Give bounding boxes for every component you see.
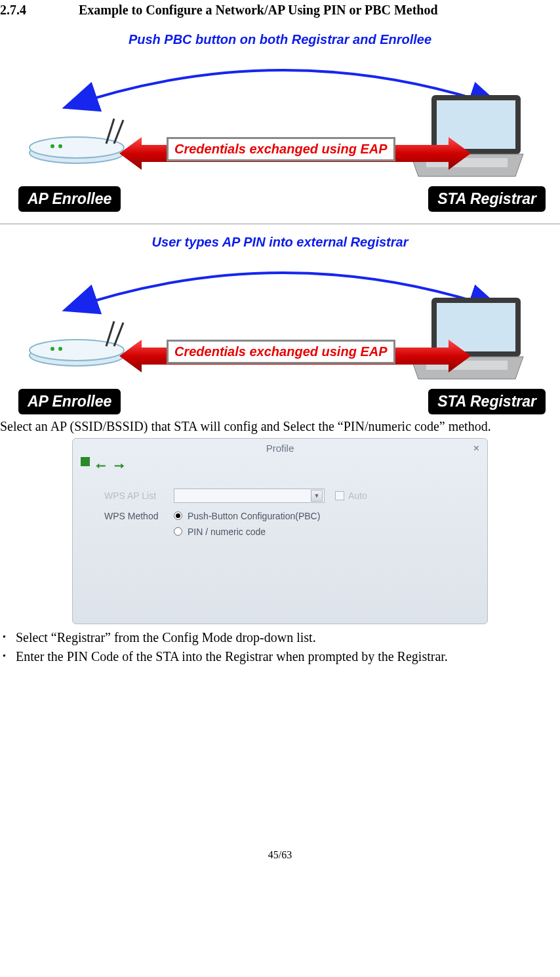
paragraph-select-ap: Select an AP (SSID/BSSID) that STA will … [0,418,560,435]
radio-pin-label: PIN / numeric code [188,527,266,537]
diagram-title-pin: User types AP PIN into external Registra… [14,235,546,250]
auto-label: Auto [348,490,367,501]
radio-pbc[interactable] [174,511,182,520]
diagram-pbc: Push PBC button on both Registrar and En… [14,30,546,213]
diagram-pin: User types AP PIN into external Registra… [14,232,546,416]
profile-panel: Profile × ← → WPS AP List ▼ Auto WPS Met… [72,438,488,624]
ap-enrollee-label: AP Enrollee [18,389,121,414]
radio-pbc-label: Push-Button Configuration(PBC) [188,511,320,521]
sta-registrar-label: STA Registrar [428,389,546,414]
svg-point-1 [30,137,124,158]
page-number: 45/63 [0,849,560,867]
wps-method-row-pbc: WPS Method Push-Button Configuration(PBC… [104,511,320,521]
nav-forward-icon[interactable]: → [112,457,127,474]
diagram1-labels-row: AP Enrollee STA Registrar [18,186,546,212]
svg-point-11 [50,347,54,351]
auto-checkbox[interactable] [335,491,344,500]
sta-registrar-label: STA Registrar [428,186,546,212]
ap-enrollee-label: AP Enrollee [18,186,121,212]
list-item: Enter the PIN Code of the STA into the R… [0,648,560,666]
nav-back-icon[interactable]: ← [94,457,108,474]
diagram2-labels-row: AP Enrollee STA Registrar [18,389,546,414]
bullet-list: Select “Registrar” from the Config Mode … [0,629,560,666]
chevron-down-icon[interactable]: ▼ [311,490,323,502]
section-header: 2.7.4 Example to Configure a Network/AP … [0,3,560,18]
panel-title: Profile [73,443,487,454]
credentials-label: Credentials exchanged using EAP [167,340,395,364]
wps-ap-list-label: WPS AP List [104,490,174,501]
access-point-icon [21,317,132,367]
nav-stop-icon[interactable] [81,457,90,466]
wps-method-label: WPS Method [104,511,174,521]
svg-point-2 [50,144,54,148]
svg-point-12 [58,347,62,351]
access-point-icon [21,115,132,165]
wps-method-row-pin: PIN / numeric code [104,527,266,537]
close-icon[interactable]: × [473,443,479,454]
svg-point-10 [30,340,124,361]
separator [0,224,560,224]
section-title: Example to Configure a Network/AP Using … [79,3,560,18]
wps-ap-list-row: WPS AP List ▼ Auto [104,488,367,503]
list-item: Select “Registrar” from the Config Mode … [0,629,560,647]
diagram-title-pbc: Push PBC button on both Registrar and En… [14,32,546,47]
radio-pin[interactable] [174,527,182,536]
nav-controls: ← → [81,457,127,474]
credentials-label: Credentials exchanged using EAP [167,137,395,161]
svg-point-3 [58,144,62,148]
section-number: 2.7.4 [0,3,79,18]
wps-ap-list-select[interactable]: ▼ [174,488,325,503]
